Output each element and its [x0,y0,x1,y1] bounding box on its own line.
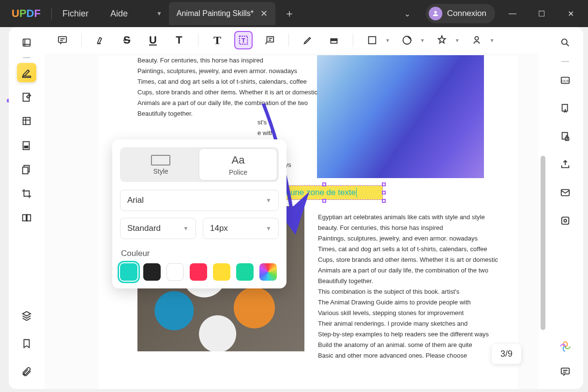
doc-text: Paintings, sculptures, jewelry, and even… [137,66,297,76]
scrollbar-thumb[interactable] [541,156,545,330]
color-swatch-teal[interactable] [120,263,137,281]
color-swatch-green[interactable] [236,263,254,281]
page-tools-icon[interactable] [17,160,36,179]
vertical-scrollbar[interactable] [541,54,545,382]
font-family-select[interactable]: Arial ▼ [120,190,279,211]
layers-icon[interactable] [17,306,36,325]
app-logo: UPDF [12,7,41,20]
doc-text: Their animal renderings. I provide many … [318,318,467,329]
page-indicator[interactable]: 3/9 [492,344,521,364]
color-picker-icon[interactable] [259,263,277,281]
signature-dropdown[interactable]: ▼ [490,38,495,43]
doc-text: Paintings, sculptures, jewelry, and even… [318,233,478,244]
doc-text: st's [257,117,267,128]
comment-icon[interactable] [53,31,72,49]
resize-handle[interactable] [322,199,326,203]
email-icon[interactable] [556,183,575,202]
color-swatch-red[interactable] [190,263,207,281]
color-swatch-yellow[interactable] [213,263,230,281]
stamp-dropdown[interactable]: ▼ [455,38,460,43]
right-sidebar: OCR [547,27,583,389]
highlight-text-icon[interactable] [91,31,110,49]
edit-tool-icon[interactable] [17,87,36,106]
underline-icon[interactable]: U [144,31,162,49]
login-button[interactable]: Connexion [426,4,495,23]
svg-text:OCR: OCR [562,79,569,83]
chevron-down-icon: ▼ [266,225,271,232]
share-icon[interactable] [556,155,575,174]
login-label: Connexion [447,9,486,18]
document-tab[interactable]: Animal Painting Skills* ✕ [169,2,275,25]
resize-handle[interactable] [382,182,386,186]
pencil-icon[interactable] [299,31,317,49]
eraser-icon[interactable] [325,31,343,49]
doc-text: Beautifully together. [318,276,373,286]
annotation-toolbar: S U T T T ▼ ▼ ▼ ▼ [45,27,547,53]
svg-rect-1 [23,39,30,46]
doc-text: Cups, store brands and other items. Whet… [137,87,317,98]
stamp-icon[interactable] [433,31,451,49]
redact-tool-icon[interactable] [17,136,36,155]
tabs-overflow-icon[interactable]: ⌄ [404,9,410,18]
textbox-tool-icon[interactable]: T [234,31,253,49]
updf-flower-icon[interactable] [558,340,572,353]
font-tab[interactable]: Aa Police [199,149,277,180]
window-minimize[interactable]: — [501,4,524,23]
strikethrough-icon[interactable]: S [118,31,136,49]
window-close[interactable]: ✕ [559,4,582,23]
callout-icon[interactable] [260,31,279,49]
signature-icon[interactable] [467,31,486,49]
close-tab-icon[interactable]: ✕ [260,8,268,19]
attachment-icon[interactable] [17,362,36,381]
doc-text: Beauty. For centuries, this horse has in… [137,55,263,66]
sticker-dropdown[interactable]: ▼ [420,38,425,43]
svg-rect-5 [23,142,30,150]
search-icon[interactable] [556,33,575,52]
resize-handle[interactable] [322,182,326,186]
separator [288,33,289,47]
titlebar: UPDF Fichier Aide ▼ Animal Painting Skil… [0,0,588,27]
svg-point-0 [434,11,437,14]
resize-handle[interactable] [382,199,386,203]
workspace: S U T T T ▼ ▼ ▼ ▼ Beauty. For centuries,… [9,27,583,389]
font-size-select[interactable]: 14px ▼ [203,218,279,239]
protect-icon[interactable] [556,127,575,146]
compare-tool-icon[interactable] [17,208,36,227]
color-swatch-black[interactable] [143,263,161,281]
sticker-icon[interactable] [398,31,416,49]
svg-rect-11 [59,37,67,43]
save-other-icon[interactable] [556,211,575,230]
text-icon[interactable]: T [208,31,226,49]
shape-dropdown[interactable]: ▼ [385,38,390,43]
doc-text: Animals are a part of our daily life, th… [318,265,488,276]
separator [198,33,198,47]
crop-tool-icon[interactable] [17,184,36,203]
organize-pages-icon[interactable] [17,111,36,131]
resize-handle[interactable] [382,191,386,195]
new-tab-button[interactable]: ＋ [284,6,295,21]
color-swatch-white[interactable] [166,263,184,281]
window-maximize[interactable]: ☐ [530,4,553,23]
reader-mode-icon[interactable] [17,33,36,52]
ocr-icon[interactable]: OCR [556,71,575,90]
tab-list-dropdown[interactable]: ▼ [150,10,169,17]
doc-text: The Animal Drawing Guide aims to provide… [318,297,471,308]
highlighter-tool-icon[interactable] [17,63,36,82]
comments-panel-icon[interactable] [556,362,575,381]
svg-point-19 [475,37,478,40]
font-family-value: Arial [127,196,144,205]
convert-icon[interactable] [556,99,575,118]
style-box-icon [151,155,170,166]
menu-file[interactable]: Fichier [62,9,89,19]
style-tab[interactable]: Style [122,149,199,180]
doc-text: This combination is the subject of this … [318,286,459,297]
menu-help[interactable]: Aide [110,9,128,19]
bookmark-icon[interactable] [17,334,36,353]
font-weight-select[interactable]: Standard ▼ [120,218,196,239]
font-size-value: 14px [210,224,228,233]
squiggly-icon[interactable]: T [170,31,188,49]
left-sidebar [9,27,45,389]
doc-text: Build the anatomy of an animal. some of … [318,340,472,350]
separator [353,33,353,47]
shape-icon[interactable] [363,31,381,49]
